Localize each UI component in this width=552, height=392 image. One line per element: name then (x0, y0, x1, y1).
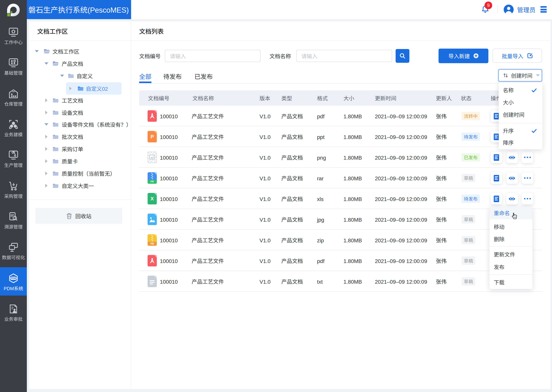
svg-text:PDM: PDM (11, 277, 16, 280)
svg-text:X: X (151, 196, 154, 202)
svg-text:zip: zip (150, 242, 154, 245)
svg-text:rar: rar (151, 180, 154, 183)
svg-text:P: P (151, 134, 154, 140)
